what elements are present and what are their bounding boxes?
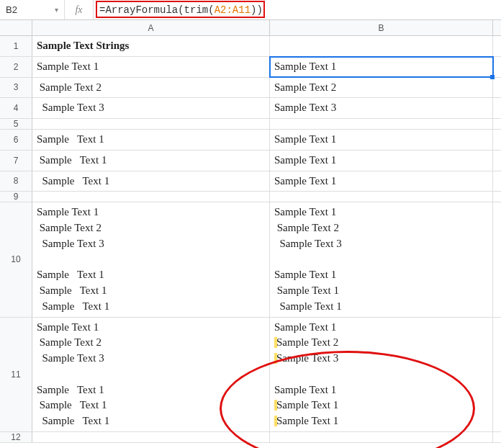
cell-text: Sample Text 3 — [274, 238, 342, 249]
cell-line: Sample Text 3 — [274, 351, 488, 367]
column-header-a[interactable]: A — [32, 20, 270, 35]
table-row: 7 Sample Text 1Sample Text 1 — [0, 151, 501, 171]
row-header[interactable]: 11 — [0, 318, 32, 431]
cell-line: Sample Text 1 — [274, 413, 488, 429]
table-row: 9 — [0, 192, 501, 202]
table-row: 3 Sample Text 2Sample Text 2 — [0, 78, 501, 99]
table-row: 11Sample Text 1 Sample Text 2 Sample Tex… — [0, 318, 501, 432]
cell[interactable]: Sample Text 1 — [32, 130, 270, 150]
cell[interactable]: Sample Text 1 — [32, 171, 270, 192]
table-row: 12 — [0, 432, 501, 443]
cell[interactable]: Sample Text 1Sample Text 2Sample Text 3 … — [270, 318, 493, 431]
row-header[interactable]: 9 — [0, 192, 32, 202]
cell-line: Sample Text 2 — [274, 335, 488, 351]
cell-line: Sample Text 1 — [274, 382, 488, 398]
column-header-b[interactable]: B — [270, 20, 493, 35]
table-row: 1Sample Text Strings — [0, 36, 501, 57]
cell-line: Sample Text 1 — [274, 283, 488, 299]
row-header[interactable]: 4 — [0, 98, 32, 118]
cell[interactable] — [270, 432, 493, 442]
cell-line: Sample Text 1 — [274, 205, 488, 220]
cell-text: Sample Text 1 — [274, 269, 336, 280]
cell[interactable]: Sample Text 1 Sample Text 2 Sample Text … — [32, 202, 270, 316]
row-header[interactable]: 5 — [0, 119, 32, 129]
cell[interactable]: Sample Text 2 — [270, 78, 493, 98]
cell-text: Sample Text 1 — [274, 285, 339, 296]
cell-line — [274, 367, 488, 382]
cell[interactable]: Sample Text 1 — [32, 57, 270, 77]
row-header[interactable]: 2 — [0, 57, 32, 77]
table-row: 4 Sample Text 3Sample Text 3 — [0, 98, 501, 119]
cell-text: Sample Text 2 — [276, 336, 338, 348]
cell-text: Sample Text 2 — [274, 222, 339, 233]
cell-text: Sample Text 1 — [274, 384, 336, 395]
cell-line — [274, 252, 488, 268]
name-box[interactable]: B2 ▾ — [0, 0, 65, 19]
table-row: 5 — [0, 119, 501, 130]
formula-text-arg: A2:A11 — [215, 4, 250, 16]
fx-icon: fx — [65, 0, 94, 19]
cell-line: Sample Text 1 — [274, 398, 488, 413]
row-header[interactable]: 6 — [0, 130, 32, 150]
row-header[interactable]: 7 — [0, 151, 32, 171]
select-all-corner[interactable] — [0, 20, 32, 35]
cell[interactable]: Sample Text 1 Sample Text 2 Sample Text … — [32, 318, 270, 431]
formula-bar: B2 ▾ fx =ArrayFormula(trim(A2:A11)) — [0, 0, 501, 20]
cell[interactable]: Sample Text 2 — [32, 78, 270, 98]
cell-reference: B2 — [6, 4, 17, 15]
table-row: 10Sample Text 1 Sample Text 2 Sample Tex… — [0, 202, 501, 317]
formula-text-prefix: =ArrayFormula(trim( — [99, 4, 215, 16]
cell-line: Sample Text 1 — [274, 320, 488, 336]
cell-line: Sample Text 1 — [274, 267, 488, 283]
cell-text: Sample Text 3 — [276, 352, 338, 364]
cell-text: Sample Text 1 — [274, 300, 342, 312]
cell[interactable]: Sample Text 1 — [270, 57, 493, 77]
table-row: 2Sample Text 1Sample Text 1 — [0, 57, 501, 78]
row-header[interactable]: 8 — [0, 171, 32, 192]
formula-input[interactable]: =ArrayFormula(trim(A2:A11)) — [94, 0, 501, 19]
row-header[interactable]: 1 — [0, 36, 32, 56]
cell[interactable] — [32, 192, 270, 202]
row-header[interactable]: 12 — [0, 432, 32, 442]
cell[interactable] — [270, 192, 493, 202]
table-row: 8 Sample Text 1Sample Text 1 — [0, 171, 501, 192]
cell[interactable]: Sample Text 1 — [270, 151, 493, 171]
table-row: 6Sample Text 1Sample Text 1 — [0, 130, 501, 151]
cell-text: Sample Text 1 — [276, 415, 338, 426]
cell-text: Sample Text 1 — [274, 321, 336, 333]
cell[interactable]: Sample Text 3 — [270, 98, 493, 118]
spreadsheet-grid: A B 1Sample Text Strings2Sample Text 1Sa… — [0, 20, 501, 443]
cell-line: Sample Text 3 — [274, 236, 488, 252]
formula-text-suffix: )) — [250, 4, 263, 16]
cell[interactable]: Sample Text 1 Sample Text 2 Sample Text … — [270, 202, 493, 316]
cell[interactable] — [32, 432, 270, 442]
cell-text: Sample Text 1 — [274, 206, 336, 218]
dropdown-icon[interactable]: ▾ — [55, 6, 58, 14]
cell[interactable]: Sample Text 3 — [32, 98, 270, 118]
cell-text: Sample Text 1 — [276, 399, 338, 411]
row-header[interactable]: 3 — [0, 78, 32, 98]
cell[interactable]: Sample Text 1 — [270, 171, 493, 192]
column-headers: A B — [0, 20, 501, 36]
cell-line: Sample Text 2 — [274, 220, 488, 236]
cell[interactable]: Sample Text Strings — [32, 36, 270, 56]
cell[interactable]: Sample Text 1 — [32, 151, 270, 171]
row-header[interactable]: 10 — [0, 202, 32, 316]
cell[interactable] — [270, 119, 493, 129]
cell[interactable] — [270, 36, 493, 56]
cell[interactable]: Sample Text 1 — [270, 130, 493, 150]
cell[interactable] — [32, 119, 270, 129]
cell-line: Sample Text 1 — [274, 299, 488, 315]
